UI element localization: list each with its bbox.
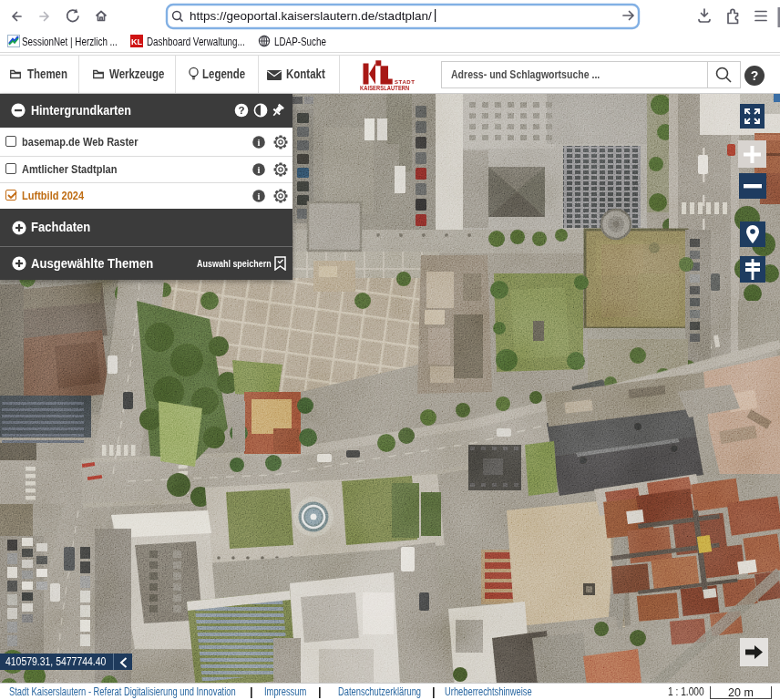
svg-text:?: ? xyxy=(238,105,244,116)
svg-text:i: i xyxy=(258,165,261,175)
svg-text:KL: KL xyxy=(131,37,142,46)
svg-text:https://geoportal.kaiserslaute: https://geoportal.kaiserslautern.de/stad… xyxy=(190,9,432,23)
svg-text:KAISERSLAUTERN: KAISERSLAUTERN xyxy=(360,85,409,91)
svg-text:i: i xyxy=(258,191,261,201)
svg-text:STADT: STADT xyxy=(395,79,416,85)
svg-text:i: i xyxy=(258,138,261,148)
